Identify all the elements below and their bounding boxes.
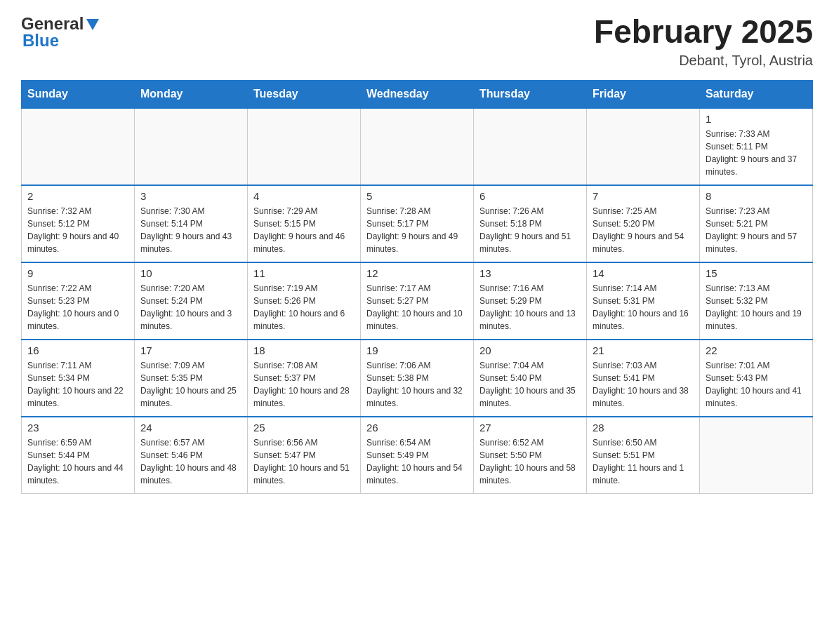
- week-row-3: 9Sunrise: 7:22 AMSunset: 5:23 PMDaylight…: [22, 262, 813, 340]
- calendar-cell: [361, 108, 474, 185]
- title-block: February 2025 Debant, Tyrol, Austria: [594, 14, 813, 69]
- day-number: 25: [253, 422, 355, 434]
- calendar-cell: 15Sunrise: 7:13 AMSunset: 5:32 PMDayligh…: [700, 262, 813, 340]
- day-info: Sunrise: 7:17 AMSunset: 5:27 PMDaylight:…: [366, 282, 468, 333]
- calendar-cell: 19Sunrise: 7:06 AMSunset: 5:38 PMDayligh…: [361, 340, 474, 417]
- day-info: Sunrise: 7:14 AMSunset: 5:31 PMDaylight:…: [593, 282, 694, 333]
- day-number: 19: [366, 344, 468, 356]
- day-number: 14: [593, 267, 694, 279]
- day-info: Sunrise: 7:06 AMSunset: 5:38 PMDaylight:…: [366, 359, 468, 410]
- calendar-header-friday: Friday: [587, 80, 700, 108]
- calendar-cell: [700, 417, 813, 494]
- day-number: 10: [140, 267, 241, 279]
- day-info: Sunrise: 7:16 AMSunset: 5:29 PMDaylight:…: [479, 282, 581, 333]
- calendar-cell: 23Sunrise: 6:59 AMSunset: 5:44 PMDayligh…: [22, 417, 135, 494]
- day-number: 3: [140, 190, 241, 202]
- calendar-cell: 21Sunrise: 7:03 AMSunset: 5:41 PMDayligh…: [587, 340, 700, 417]
- calendar-cell: 27Sunrise: 6:52 AMSunset: 5:50 PMDayligh…: [474, 417, 587, 494]
- calendar-cell: 9Sunrise: 7:22 AMSunset: 5:23 PMDaylight…: [22, 262, 135, 340]
- day-info: Sunrise: 7:11 AMSunset: 5:34 PMDaylight:…: [27, 359, 128, 410]
- day-number: 12: [366, 267, 468, 279]
- calendar-cell: 22Sunrise: 7:01 AMSunset: 5:43 PMDayligh…: [700, 340, 813, 417]
- day-number: 22: [706, 344, 807, 356]
- calendar-cell: 12Sunrise: 7:17 AMSunset: 5:27 PMDayligh…: [361, 262, 474, 340]
- calendar-cell: 11Sunrise: 7:19 AMSunset: 5:26 PMDayligh…: [248, 262, 361, 340]
- day-info: Sunrise: 7:26 AMSunset: 5:18 PMDaylight:…: [479, 205, 581, 255]
- day-info: Sunrise: 7:01 AMSunset: 5:43 PMDaylight:…: [706, 359, 807, 410]
- logo-blue: Blue: [22, 31, 59, 51]
- day-number: 6: [479, 190, 581, 202]
- month-title: February 2025: [594, 14, 813, 50]
- calendar-cell: 3Sunrise: 7:30 AMSunset: 5:14 PMDaylight…: [135, 185, 248, 262]
- calendar-table: SundayMondayTuesdayWednesdayThursdayFrid…: [21, 80, 813, 495]
- day-number: 21: [593, 344, 694, 356]
- calendar-header-sunday: Sunday: [22, 80, 135, 108]
- day-number: 2: [27, 190, 128, 202]
- day-info: Sunrise: 6:54 AMSunset: 5:49 PMDaylight:…: [366, 436, 468, 487]
- logo: General Blue: [21, 14, 100, 51]
- calendar-cell: 20Sunrise: 7:04 AMSunset: 5:40 PMDayligh…: [474, 340, 587, 417]
- calendar-cell: [22, 108, 135, 185]
- calendar-header-tuesday: Tuesday: [248, 80, 361, 108]
- calendar-cell: 2Sunrise: 7:32 AMSunset: 5:12 PMDaylight…: [22, 185, 135, 262]
- day-info: Sunrise: 7:33 AMSunset: 5:11 PMDaylight:…: [706, 128, 807, 178]
- day-info: Sunrise: 6:52 AMSunset: 5:50 PMDaylight:…: [479, 436, 581, 487]
- calendar-cell: 24Sunrise: 6:57 AMSunset: 5:46 PMDayligh…: [135, 417, 248, 494]
- day-number: 5: [366, 190, 468, 202]
- day-info: Sunrise: 7:28 AMSunset: 5:17 PMDaylight:…: [366, 205, 468, 255]
- day-number: 8: [706, 190, 807, 202]
- day-number: 18: [253, 344, 355, 356]
- day-number: 13: [479, 267, 581, 279]
- calendar-cell: 6Sunrise: 7:26 AMSunset: 5:18 PMDaylight…: [474, 185, 587, 262]
- calendar-header-saturday: Saturday: [700, 80, 813, 108]
- calendar-header-row: SundayMondayTuesdayWednesdayThursdayFrid…: [22, 80, 813, 108]
- day-number: 17: [140, 344, 241, 356]
- day-info: Sunrise: 7:22 AMSunset: 5:23 PMDaylight:…: [27, 282, 128, 333]
- calendar-cell: 16Sunrise: 7:11 AMSunset: 5:34 PMDayligh…: [22, 340, 135, 417]
- day-info: Sunrise: 7:03 AMSunset: 5:41 PMDaylight:…: [593, 359, 694, 410]
- day-number: 4: [253, 190, 355, 202]
- svg-marker-0: [86, 19, 99, 30]
- day-info: Sunrise: 6:59 AMSunset: 5:44 PMDaylight:…: [27, 436, 128, 487]
- day-number: 9: [27, 267, 128, 279]
- day-number: 16: [27, 344, 128, 356]
- day-info: Sunrise: 6:50 AMSunset: 5:51 PMDaylight:…: [593, 436, 694, 487]
- calendar-cell: 26Sunrise: 6:54 AMSunset: 5:49 PMDayligh…: [361, 417, 474, 494]
- calendar-cell: 17Sunrise: 7:09 AMSunset: 5:35 PMDayligh…: [135, 340, 248, 417]
- day-info: Sunrise: 7:19 AMSunset: 5:26 PMDaylight:…: [253, 282, 355, 333]
- calendar-cell: 14Sunrise: 7:14 AMSunset: 5:31 PMDayligh…: [587, 262, 700, 340]
- calendar-cell: 10Sunrise: 7:20 AMSunset: 5:24 PMDayligh…: [135, 262, 248, 340]
- day-number: 27: [479, 422, 581, 434]
- day-info: Sunrise: 7:20 AMSunset: 5:24 PMDaylight:…: [140, 282, 241, 333]
- day-info: Sunrise: 7:32 AMSunset: 5:12 PMDaylight:…: [27, 205, 128, 255]
- day-info: Sunrise: 6:56 AMSunset: 5:47 PMDaylight:…: [253, 436, 355, 487]
- calendar-cell: 25Sunrise: 6:56 AMSunset: 5:47 PMDayligh…: [248, 417, 361, 494]
- location-title: Debant, Tyrol, Austria: [594, 53, 813, 69]
- day-number: 28: [593, 422, 694, 434]
- calendar-header-thursday: Thursday: [474, 80, 587, 108]
- day-number: 23: [27, 422, 128, 434]
- calendar-cell: [474, 108, 587, 185]
- calendar-cell: 4Sunrise: 7:29 AMSunset: 5:15 PMDaylight…: [248, 185, 361, 262]
- calendar-cell: 13Sunrise: 7:16 AMSunset: 5:29 PMDayligh…: [474, 262, 587, 340]
- week-row-2: 2Sunrise: 7:32 AMSunset: 5:12 PMDaylight…: [22, 185, 813, 262]
- day-number: 20: [479, 344, 581, 356]
- calendar-cell: [248, 108, 361, 185]
- calendar-cell: [587, 108, 700, 185]
- calendar-header-wednesday: Wednesday: [361, 80, 474, 108]
- day-info: Sunrise: 7:13 AMSunset: 5:32 PMDaylight:…: [706, 282, 807, 333]
- calendar-cell: 8Sunrise: 7:23 AMSunset: 5:21 PMDaylight…: [700, 185, 813, 262]
- calendar-cell: 7Sunrise: 7:25 AMSunset: 5:20 PMDaylight…: [587, 185, 700, 262]
- day-info: Sunrise: 7:04 AMSunset: 5:40 PMDaylight:…: [479, 359, 581, 410]
- day-info: Sunrise: 7:23 AMSunset: 5:21 PMDaylight:…: [706, 205, 807, 255]
- day-info: Sunrise: 7:25 AMSunset: 5:20 PMDaylight:…: [593, 205, 694, 255]
- day-info: Sunrise: 7:08 AMSunset: 5:37 PMDaylight:…: [253, 359, 355, 410]
- day-info: Sunrise: 6:57 AMSunset: 5:46 PMDaylight:…: [140, 436, 241, 487]
- calendar-cell: [135, 108, 248, 185]
- day-number: 15: [706, 267, 807, 279]
- calendar-header-monday: Monday: [135, 80, 248, 108]
- week-row-4: 16Sunrise: 7:11 AMSunset: 5:34 PMDayligh…: [22, 340, 813, 417]
- day-number: 11: [253, 267, 355, 279]
- calendar-cell: 18Sunrise: 7:08 AMSunset: 5:37 PMDayligh…: [248, 340, 361, 417]
- calendar-cell: 5Sunrise: 7:28 AMSunset: 5:17 PMDaylight…: [361, 185, 474, 262]
